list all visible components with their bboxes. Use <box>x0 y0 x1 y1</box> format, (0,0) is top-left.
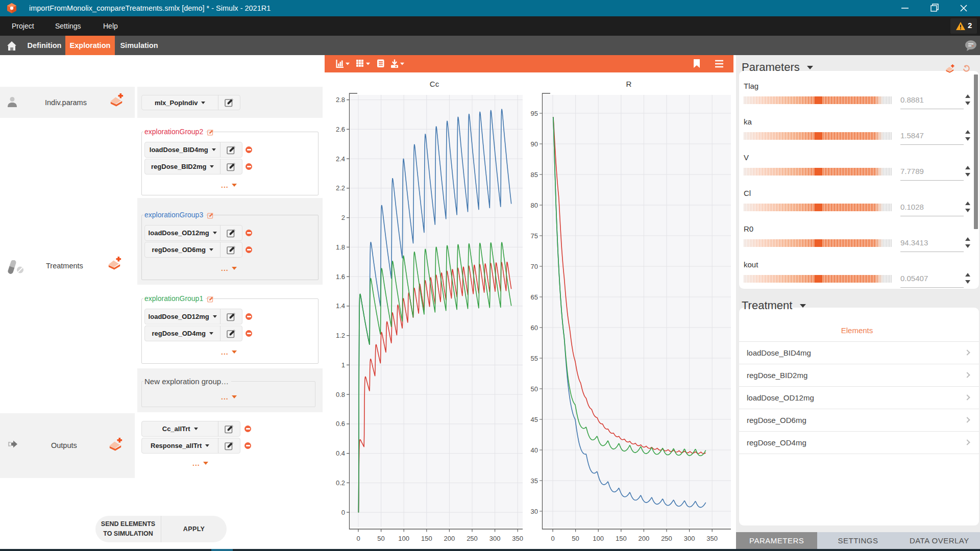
svg-text:0.6: 0.6 <box>336 420 345 428</box>
svg-text:2: 2 <box>341 214 345 221</box>
svg-text:Cc: Cc <box>430 80 439 88</box>
svg-text:300: 300 <box>684 535 695 542</box>
svg-text:2.6: 2.6 <box>336 126 345 133</box>
svg-text:95: 95 <box>531 110 538 117</box>
svg-text:0.2: 0.2 <box>336 479 345 487</box>
svg-text:1.2: 1.2 <box>336 332 345 339</box>
svg-text:60: 60 <box>531 324 538 332</box>
svg-text:350: 350 <box>706 535 718 542</box>
svg-text:55: 55 <box>531 355 538 362</box>
svg-text:80: 80 <box>531 202 538 209</box>
svg-text:65: 65 <box>531 293 538 301</box>
svg-text:75: 75 <box>531 232 538 240</box>
svg-text:1: 1 <box>341 361 345 369</box>
svg-text:0: 0 <box>341 509 345 516</box>
svg-text:150: 150 <box>616 535 627 542</box>
svg-text:30: 30 <box>531 508 538 515</box>
svg-text:40: 40 <box>531 446 538 454</box>
svg-text:1.4: 1.4 <box>336 302 345 310</box>
svg-text:100: 100 <box>398 535 409 542</box>
svg-text:50: 50 <box>377 535 384 542</box>
svg-text:1.8: 1.8 <box>336 243 345 251</box>
svg-text:2.4: 2.4 <box>336 155 345 163</box>
svg-text:150: 150 <box>421 535 432 542</box>
svg-text:2.8: 2.8 <box>336 96 345 104</box>
svg-text:0: 0 <box>551 535 554 542</box>
svg-text:45: 45 <box>531 416 538 423</box>
svg-text:50: 50 <box>531 385 538 393</box>
svg-text:90: 90 <box>531 140 538 148</box>
svg-text:0.8: 0.8 <box>336 391 345 398</box>
svg-text:70: 70 <box>531 263 538 270</box>
svg-text:100: 100 <box>593 535 604 542</box>
svg-text:350: 350 <box>512 535 523 542</box>
svg-text:0: 0 <box>356 535 360 542</box>
svg-text:R: R <box>626 80 632 88</box>
svg-text:85: 85 <box>531 171 538 179</box>
svg-text:250: 250 <box>467 535 478 542</box>
svg-text:2.2: 2.2 <box>336 184 345 192</box>
svg-text:1.6: 1.6 <box>336 273 345 281</box>
svg-text:250: 250 <box>661 535 672 542</box>
svg-text:300: 300 <box>489 535 501 542</box>
svg-text:35: 35 <box>531 477 538 485</box>
svg-text:200: 200 <box>444 535 455 542</box>
svg-text:200: 200 <box>639 535 650 542</box>
svg-text:0.4: 0.4 <box>336 449 345 457</box>
svg-text:50: 50 <box>572 535 579 542</box>
